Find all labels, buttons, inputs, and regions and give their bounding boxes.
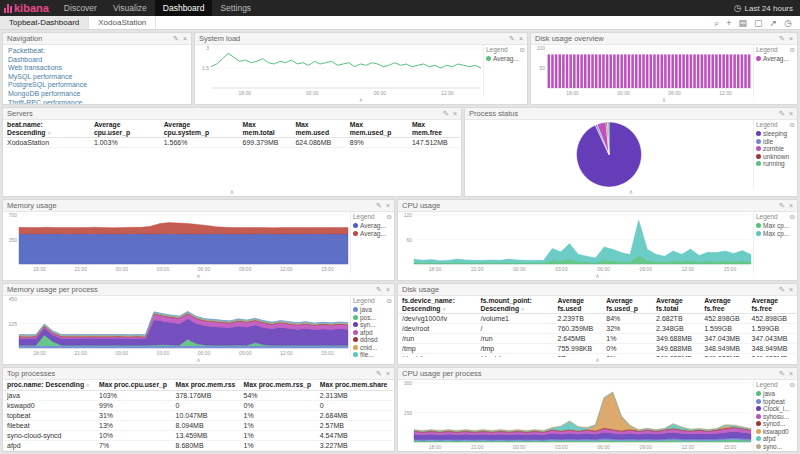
- search-icon[interactable]: ⌕: [443, 305, 447, 312]
- edit-panel-icon[interactable]: ✎: [779, 33, 785, 45]
- time-filter[interactable]: ◷ Last 24 hours: [734, 3, 800, 13]
- search-icon[interactable]: ⌕: [521, 305, 525, 312]
- legend-item[interactable]: Max cp...: [756, 222, 795, 230]
- close-panel-icon[interactable]: ×: [789, 108, 793, 120]
- collapse-caret[interactable]: ∧: [3, 357, 394, 364]
- legend-item[interactable]: Averag...: [756, 55, 795, 63]
- close-panel-icon[interactable]: ×: [183, 33, 187, 45]
- column-header[interactable]: Max mem.total: [240, 120, 293, 138]
- save-dashboard-icon[interactable]: ▤: [739, 16, 748, 30]
- legend-item[interactable]: zombie: [756, 145, 795, 153]
- column-header[interactable]: fs.device_name: Descending⌕: [399, 296, 478, 314]
- legend-toggle-icon[interactable]: ⊙: [790, 121, 795, 129]
- legend-item[interactable]: kswapd0: [756, 428, 795, 436]
- legend-item[interactable]: syn...: [353, 321, 392, 329]
- edit-panel-icon[interactable]: ✎: [779, 200, 785, 212]
- legend-item[interactable]: sleeping: [756, 130, 795, 138]
- column-header[interactable]: Average fs.free: [749, 296, 796, 314]
- legend-item[interactable]: Averag...: [353, 222, 392, 230]
- navigation-link[interactable]: MySQL performance: [8, 73, 87, 82]
- legend-item[interactable]: syncd...: [756, 420, 795, 428]
- open-dashboard-icon[interactable]: ▢: [754, 16, 763, 30]
- edit-panel-icon[interactable]: ✎: [779, 108, 785, 120]
- edit-panel-icon[interactable]: ✎: [443, 108, 449, 120]
- close-panel-icon[interactable]: ×: [789, 368, 793, 380]
- new-dashboard-icon[interactable]: +: [726, 16, 731, 30]
- edit-panel-icon[interactable]: ✎: [779, 284, 785, 296]
- column-header[interactable]: Average cpu.user_p: [91, 120, 161, 138]
- legend-toggle-icon[interactable]: ⊙: [790, 381, 795, 389]
- collapse-caret[interactable]: ∧: [465, 189, 797, 196]
- legend-toggle-icon[interactable]: ⊙: [790, 213, 795, 221]
- edit-panel-icon[interactable]: ✎: [779, 368, 785, 380]
- legend-toggle-icon[interactable]: ⊙: [520, 46, 525, 54]
- legend-item[interactable]: topbeat: [756, 398, 795, 406]
- kibana-logo[interactable]: kibana: [0, 0, 56, 16]
- column-header[interactable]: fs.mount_point: Descending⌕: [478, 296, 555, 314]
- legend-toggle-icon[interactable]: ⊙: [387, 297, 392, 305]
- nav-item-settings[interactable]: Settings: [212, 0, 259, 16]
- column-header[interactable]: Max mem.free: [409, 120, 460, 138]
- column-header[interactable]: Average fs.free: [701, 296, 748, 314]
- legend-item[interactable]: Averag...: [486, 55, 525, 63]
- column-header[interactable]: Average fs.used_p: [603, 296, 653, 314]
- navigation-link[interactable]: PostgreSQL performance: [8, 81, 87, 90]
- close-panel-icon[interactable]: ×: [386, 284, 390, 296]
- column-header[interactable]: Max proc.mem.rss_p: [241, 380, 317, 390]
- legend-item[interactable]: ddnsd: [353, 336, 392, 344]
- close-panel-icon[interactable]: ×: [453, 108, 457, 120]
- legend-item[interactable]: syhosu...: [756, 413, 795, 421]
- edit-panel-icon[interactable]: ✎: [173, 33, 179, 45]
- legend-item[interactable]: java: [353, 306, 392, 314]
- collapse-caret[interactable]: ∧: [3, 273, 394, 280]
- nav-item-discover[interactable]: Discover: [56, 0, 105, 16]
- collapse-caret[interactable]: ∧: [398, 273, 797, 280]
- column-header[interactable]: Max proc.mem.share: [317, 380, 393, 390]
- column-header[interactable]: Max mem.used_p: [347, 120, 409, 138]
- time-picker-icon[interactable]: ◷: [784, 16, 792, 30]
- column-header[interactable]: proc.name: Descending⌕: [4, 380, 96, 390]
- legend-item[interactable]: Averag...: [353, 230, 392, 238]
- legend-toggle-icon[interactable]: ⊙: [387, 213, 392, 221]
- collapse-caret[interactable]: ∧: [3, 189, 461, 196]
- edit-panel-icon[interactable]: ✎: [509, 33, 515, 45]
- legend-item[interactable]: idle: [756, 138, 795, 146]
- dashboard-tab-topbeat-dashboard[interactable]: Topbeat-Dashboard: [0, 16, 89, 29]
- collapse-caret[interactable]: ∧: [531, 97, 797, 104]
- legend-item[interactable]: unknown: [756, 153, 795, 161]
- legend-item[interactable]: afpd: [353, 329, 392, 337]
- legend-item[interactable]: pos...: [353, 314, 392, 322]
- navigation-link[interactable]: Packetbeat:: [8, 47, 87, 56]
- dashboard-tab-xodoastation[interactable]: XodoaStation: [89, 16, 156, 29]
- legend-item[interactable]: Max cp...: [756, 230, 795, 238]
- nav-item-dashboard[interactable]: Dashboard: [155, 0, 213, 16]
- legend-item[interactable]: afpd: [756, 435, 795, 443]
- close-panel-icon[interactable]: ×: [789, 284, 793, 296]
- navigation-link[interactable]: Dashboard: [8, 56, 87, 65]
- column-header[interactable]: Average fs.total: [653, 296, 701, 314]
- column-header[interactable]: beat.name: Descending⌕: [4, 120, 91, 138]
- legend-item[interactable]: running: [756, 160, 795, 168]
- close-panel-icon[interactable]: ×: [789, 200, 793, 212]
- edit-panel-icon[interactable]: ✎: [376, 368, 382, 380]
- legend-toggle-icon[interactable]: ⊙: [790, 46, 795, 54]
- close-panel-icon[interactable]: ×: [386, 368, 390, 380]
- column-header[interactable]: Max proc.mem.rss: [173, 380, 241, 390]
- close-panel-icon[interactable]: ×: [789, 33, 793, 45]
- column-header[interactable]: Max mem.used: [292, 120, 346, 138]
- legend-item[interactable]: syno...: [756, 443, 795, 451]
- share-dashboard-icon[interactable]: ↗: [770, 16, 778, 30]
- nav-item-visualize[interactable]: Visualize: [105, 0, 155, 16]
- navigation-link[interactable]: Thrift-RPC performance: [8, 99, 87, 104]
- close-panel-icon[interactable]: ×: [519, 33, 523, 45]
- column-header[interactable]: Max proc.cpu.user_p: [96, 380, 173, 390]
- edit-panel-icon[interactable]: ✎: [376, 200, 382, 212]
- legend-item[interactable]: Clock_i...: [756, 405, 795, 413]
- collapse-caret[interactable]: ∧: [398, 357, 797, 364]
- search-icon[interactable]: ⌕: [714, 16, 719, 30]
- legend-item[interactable]: java: [756, 390, 795, 398]
- search-icon[interactable]: ⌕: [86, 381, 90, 388]
- column-header[interactable]: Average cpu.system_p: [161, 120, 240, 138]
- navigation-link[interactable]: MongoDB performance: [8, 90, 87, 99]
- collapse-caret[interactable]: ∧: [195, 97, 527, 104]
